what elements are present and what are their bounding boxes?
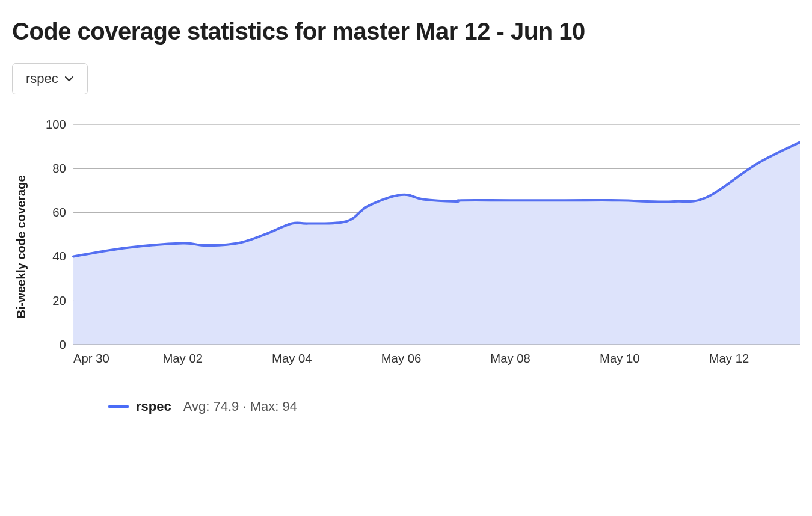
coverage-chart: 020406080100Apr 30May 02May 04May 06May … [31, 118, 800, 375]
svg-text:100: 100 [46, 118, 66, 131]
svg-text:Apr 30: Apr 30 [73, 352, 109, 365]
legend-stats: Avg: 74.9 · Max: 94 [183, 399, 297, 414]
svg-text:May 02: May 02 [162, 352, 203, 365]
page-title: Code coverage statistics for master Mar … [12, 18, 800, 45]
svg-text:80: 80 [52, 162, 66, 175]
svg-text:May 04: May 04 [272, 352, 312, 365]
svg-text:May 10: May 10 [600, 352, 640, 365]
svg-text:40: 40 [52, 250, 66, 263]
series-filter-selected: rspec [26, 71, 58, 87]
svg-text:20: 20 [52, 294, 66, 307]
svg-text:May 12: May 12 [709, 352, 749, 365]
chart-legend: rspec Avg: 74.9 · Max: 94 [108, 399, 800, 414]
y-axis-label: Bi-weekly code coverage [12, 118, 31, 375]
chevron-down-icon [64, 74, 74, 84]
svg-text:0: 0 [60, 338, 66, 351]
legend-series-name: rspec [136, 399, 171, 414]
svg-text:May 08: May 08 [490, 352, 531, 365]
svg-text:May 06: May 06 [381, 352, 422, 365]
legend-swatch [108, 405, 129, 408]
svg-text:60: 60 [52, 206, 66, 219]
series-filter-dropdown[interactable]: rspec [12, 63, 88, 94]
